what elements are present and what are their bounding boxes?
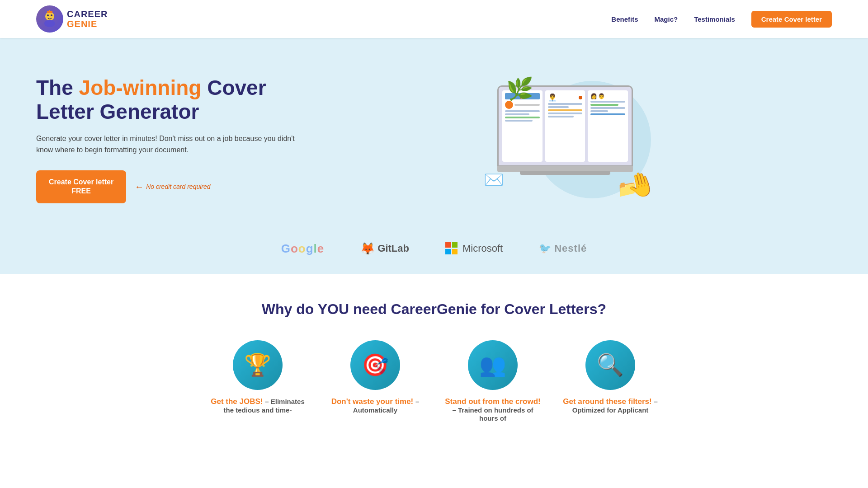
logo-genie: GENIE: [67, 19, 108, 29]
why-card-3-title-accent: Stand out from the crowd!: [445, 397, 541, 406]
hero-illustration: 🌿 📋: [470, 72, 660, 207]
hero-title: The Job-winning CoverLetter Generator: [36, 76, 298, 124]
doc-2: 👨‍💼: [545, 90, 585, 162]
target-icon: 🎯: [362, 352, 389, 378]
svg-point-1: [44, 20, 55, 27]
logo[interactable]: CAREER GENIE: [36, 5, 108, 33]
hero-title-accent: Job-winning: [79, 76, 202, 99]
microsoft-text: Microsoft: [462, 243, 503, 254]
why-card-1: 🏆 Get the JOBS! – Eliminates the tedious…: [208, 340, 307, 422]
logos-strip: Google 🦊 GitLab Microsoft 🐦 Nestlé: [0, 232, 868, 274]
microsoft-grid-icon: [445, 242, 458, 255]
people-icon: 👥: [479, 352, 506, 378]
logo-icon: [36, 5, 63, 33]
svg-point-2: [47, 14, 49, 16]
why-card-3-text: Stand out from the crowd! – Trained on h…: [443, 397, 542, 422]
why-card-2-icon: 🎯: [350, 340, 400, 390]
logo-svg: [41, 10, 59, 28]
nav-testimonials[interactable]: Testimonials: [694, 15, 735, 23]
logo-career: CAREER: [67, 9, 108, 19]
why-section: Why do YOU need CareerGenie for Cover Le…: [0, 274, 868, 441]
why-card-3: 👥 Stand out from the crowd! – Trained on…: [443, 340, 542, 422]
nav-magic[interactable]: Magic?: [654, 15, 678, 23]
no-cc-text: No credit card required: [146, 183, 210, 190]
why-title: Why do YOU need CareerGenie for Cover Le…: [36, 301, 832, 318]
google-logo: Google: [281, 241, 325, 256]
why-card-3-icon: 👥: [468, 340, 518, 390]
why-card-1-icon: 🏆: [233, 340, 283, 390]
gitlab-text: GitLab: [377, 243, 409, 254]
hero-description: Generate your cover letter in minutes! D…: [36, 133, 298, 156]
why-card-2-title-accent: Don't waste your time!: [331, 397, 415, 406]
why-card-4-title-accent: Get around these filters!: [563, 397, 654, 406]
nav-cta-button[interactable]: Create Cover letter: [751, 11, 832, 28]
hero-section: The Job-winning CoverLetter Generator Ge…: [0, 38, 868, 232]
hero-cta-button[interactable]: Create Cover letterFREE: [36, 170, 126, 204]
why-card-4-icon: 🔍: [585, 340, 635, 390]
gitlab-fox-icon: 🦊: [360, 242, 375, 256]
hero-cta-row: Create Cover letterFREE ← No credit card…: [36, 170, 298, 204]
logo-text: CAREER GENIE: [67, 9, 108, 29]
hero-title-prefix: The: [36, 76, 79, 99]
hero-right: 🌿 📋: [298, 72, 832, 207]
why-cards: 🏆 Get the JOBS! – Eliminates the tedious…: [36, 340, 832, 422]
why-card-4-text: Get around these filters! – Optimized fo…: [561, 397, 660, 414]
navbar: CAREER GENIE Benefits Magic? Testimonial…: [0, 0, 868, 38]
nav-benefits[interactable]: Benefits: [611, 15, 638, 23]
envelope-icon: ✉️: [484, 170, 504, 189]
why-card-2: 🎯 Don't waste your time! – Automatically: [326, 340, 425, 422]
hero-left: The Job-winning CoverLetter Generator Ge…: [36, 76, 298, 204]
trophy-icon: 🏆: [244, 352, 271, 378]
laptop-foot: [520, 171, 610, 175]
arrow-icon: ←: [134, 182, 143, 192]
gitlab-logo: 🦊 GitLab: [360, 242, 409, 256]
svg-point-3: [51, 14, 52, 16]
nestle-logo: 🐦 Nestlé: [539, 243, 587, 254]
microsoft-logo: Microsoft: [445, 242, 503, 255]
why-card-4: 🔍 Get around these filters! – Optimized …: [561, 340, 660, 422]
no-credit-card-label: ← No credit card required: [134, 182, 210, 192]
magnifier-icon: 🔍: [597, 352, 624, 378]
nav-links: Benefits Magic? Testimonials Create Cove…: [611, 11, 832, 28]
why-card-1-text: Get the JOBS! – Eliminates the tedious a…: [208, 397, 307, 414]
plant-icon: 🌿: [506, 76, 533, 102]
why-card-2-text: Don't waste your time! – Automatically: [326, 397, 425, 414]
doc-3: 👩 👨: [588, 90, 628, 162]
nestle-text: Nestlé: [554, 243, 587, 254]
why-card-1-title-accent: Get the JOBS!: [211, 397, 265, 406]
